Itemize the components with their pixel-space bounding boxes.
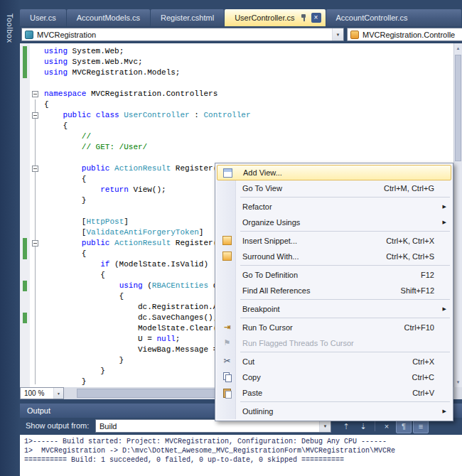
menu-item-label: Find All References — [242, 286, 310, 295]
run-to-cursor-icon: ⇥ — [222, 323, 232, 332]
menu-item-label: Surround With... — [242, 252, 299, 261]
menu-item-insert-snippet[interactable]: Insert Snippet...Ctrl+K, Ctrl+X — [217, 233, 451, 249]
code-token: } — [44, 377, 86, 386]
code-token: using — [44, 68, 68, 77]
menu-item-find-all-references[interactable]: Find All ReferencesShift+F12 — [217, 283, 451, 298]
outline-collapse-box[interactable] — [32, 112, 38, 119]
code-token: null — [156, 335, 175, 343]
pin-icon[interactable] — [301, 13, 307, 22]
zoom-control[interactable]: 100 % ▼ — [20, 387, 64, 399]
menu-item-label: Organize Usings — [242, 218, 300, 227]
vs-window: Toolbox User.csAccountModels.csRegister.… — [0, 0, 462, 476]
menu-item-paste[interactable]: PasteCtrl+V — [217, 385, 451, 401]
next-message-icon: ⇣ — [360, 422, 366, 431]
menu-item-label: Go To View — [242, 184, 282, 193]
word-wrap-button[interactable]: ¶ — [396, 419, 412, 433]
code-token: : — [190, 111, 204, 119]
insert-snippet-icon — [222, 236, 232, 245]
code-token: dc.SaveChanges(); — [44, 313, 217, 322]
tab-usercontroller-cs[interactable]: UserController.cs× — [225, 9, 325, 26]
toolbox-tab[interactable]: Toolbox — [0, 9, 20, 65]
types-dropdown-value: MVCRegistration — [37, 31, 96, 39]
menu-item-refactor[interactable]: Refactor▶ — [217, 199, 451, 215]
horizontal-scrollbar-thumb[interactable] — [77, 389, 219, 398]
next-message-button[interactable]: ⇣ — [355, 419, 371, 433]
code-token: System.Web.Mvc; — [68, 58, 143, 66]
close-icon[interactable]: × — [311, 13, 321, 23]
menu-item-surround-with[interactable]: Surround With...Ctrl+K, Ctrl+S — [217, 249, 451, 264]
change-indicator — [23, 249, 27, 259]
code-token: ActionResult — [114, 164, 171, 173]
menu-item-label: Copy — [242, 373, 261, 382]
code-line — [44, 153, 453, 163]
change-indicator — [23, 46, 27, 57]
outline-collapse-box[interactable] — [32, 166, 38, 172]
menu-item-label: Run Flagged Threads To Cursor — [242, 339, 354, 347]
context-menu: Add View...Go To ViewCtrl+M, Ctrl+GRefac… — [215, 163, 453, 421]
tab-bar: User.csAccountModels.csRegister.cshtmlUs… — [20, 9, 462, 26]
change-indicator — [23, 313, 27, 323]
menu-item-add-view[interactable]: Add View... — [217, 165, 451, 180]
members-dropdown[interactable]: MVCRegistration.Controlle — [347, 28, 462, 41]
code-token — [44, 111, 63, 119]
output-line: ========== Build: 1 succeeded, 0 failed,… — [24, 455, 462, 465]
outline-collapse-box[interactable] — [32, 91, 38, 97]
menu-item-label: Paste — [242, 389, 262, 397]
menu-item-go-to-view[interactable]: Go To ViewCtrl+M, Ctrl+G — [217, 180, 451, 196]
code-token: MVCRegistration.Models; — [68, 68, 180, 77]
scroll-up-icon[interactable]: ▲ — [454, 43, 462, 53]
dropdown-arrow-icon: ▼ — [53, 388, 63, 399]
code-token: HttpPost — [86, 217, 124, 226]
menu-item-label: Outlining — [242, 407, 273, 416]
word-wrap-icon: ¶ — [402, 422, 406, 431]
tab-user-cs[interactable]: User.cs — [20, 9, 66, 26]
vertical-scrollbar[interactable]: ▲ ▼ — [453, 43, 462, 387]
code-token — [44, 260, 100, 269]
copy-icon — [222, 372, 232, 382]
message-list-icon: ≡ — [419, 422, 423, 431]
menu-item-run-flagged-threads-to-cursor: ⚑Run Flagged Threads To Cursor — [217, 335, 451, 351]
menu-item-go-to-definition[interactable]: Go To DefinitionF12 — [217, 267, 451, 283]
code-token: ViewBag.Message = — [44, 345, 222, 354]
tab-register-cshtml[interactable]: Register.cshtml — [151, 9, 224, 26]
code-token: { — [44, 175, 86, 183]
submenu-arrow-icon: ▶ — [443, 409, 446, 414]
change-indicator — [23, 281, 27, 291]
run-flagged-icon: ⚑ — [222, 338, 232, 347]
code-token: ] — [124, 217, 129, 226]
tab-accountmodels-cs[interactable]: AccountModels.cs — [67, 9, 150, 26]
menu-item-cut[interactable]: ✂CutCtrl+X — [217, 354, 451, 369]
menu-item-copy[interactable]: CopyCtrl+C — [217, 369, 451, 385]
code-token — [44, 281, 119, 290]
code-token: [ — [44, 228, 86, 237]
clear-all-button[interactable]: × — [379, 419, 394, 433]
types-dropdown[interactable]: MVCRegistration ▼ — [21, 28, 344, 41]
outline-collapse-box[interactable] — [32, 240, 38, 247]
cut-icon: ✂ — [222, 357, 232, 366]
vertical-scrollbar-thumb[interactable] — [455, 55, 461, 161]
menu-item-run-to-cursor[interactable]: ⇥Run To CursorCtrl+F10 — [217, 320, 451, 335]
paste-icon — [222, 388, 232, 397]
tab-accountcontroller-cs[interactable]: AccountController.cs — [326, 9, 461, 26]
code-token: { — [44, 121, 68, 130]
output-text[interactable]: 1>------ Build started: Project: MVCRegi… — [20, 435, 462, 476]
tab-label: AccountModels.cs — [77, 13, 140, 22]
scroll-down-icon[interactable]: ▼ — [454, 377, 462, 387]
navigation-bar: MVCRegistration ▼ MVCRegistration.Contro… — [20, 26, 462, 43]
message-list-button[interactable]: ≡ — [413, 419, 429, 433]
code-token: using — [119, 281, 143, 290]
menu-item-breakpoint[interactable]: Breakpoint▶ — [217, 301, 451, 317]
add-view-icon — [223, 168, 232, 178]
member-icon — [350, 31, 359, 39]
code-token: (ModelState.IsValid) — [109, 260, 208, 269]
menu-item-organize-usings[interactable]: Organize Usings▶ — [217, 215, 451, 230]
surround-with-icon — [222, 251, 232, 261]
previous-message-button[interactable]: ⇡ — [338, 419, 354, 433]
code-token: U = — [44, 335, 156, 343]
menu-item-label: Breakpoint — [242, 305, 280, 313]
menu-item-outlining[interactable]: Outlining▶ — [217, 404, 451, 419]
output-title-label: Output — [27, 406, 50, 415]
code-token: { — [44, 271, 105, 279]
code-token: if — [100, 260, 109, 269]
code-token: } — [44, 367, 105, 375]
